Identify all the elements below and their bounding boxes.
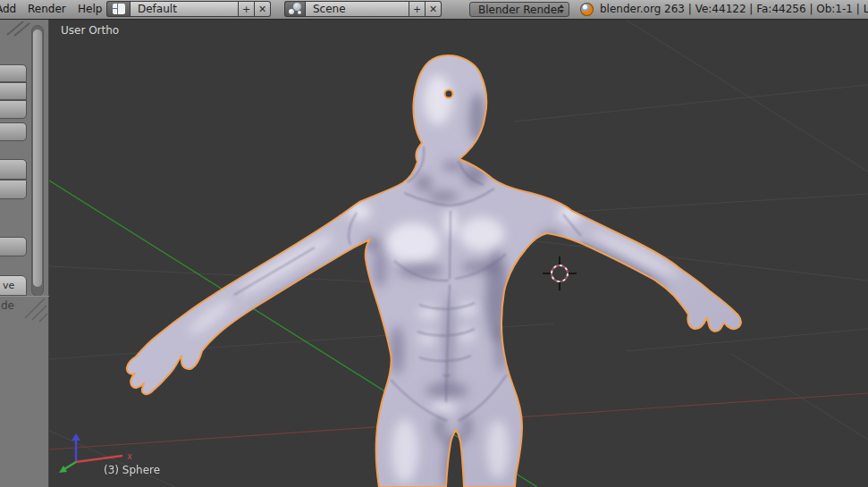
tool-shelf-scrollbar[interactable] bbox=[31, 25, 44, 297]
scrollbar-thumb[interactable] bbox=[33, 29, 42, 287]
menu-help[interactable]: Help bbox=[78, 3, 102, 15]
tool-button[interactable] bbox=[0, 180, 27, 199]
scene-name-field[interactable]: Scene bbox=[305, 1, 409, 17]
scene-icon bbox=[287, 3, 303, 15]
menu-add[interactable]: Add bbox=[0, 3, 16, 15]
add-scene-button[interactable]: + bbox=[409, 1, 426, 17]
gizmo-x-label: x bbox=[127, 451, 132, 461]
tool-button[interactable] bbox=[0, 159, 27, 180]
editor-type-button[interactable] bbox=[106, 1, 130, 17]
panel-resize-handle-icon[interactable] bbox=[21, 297, 48, 323]
add-layout-button[interactable]: + bbox=[239, 1, 255, 17]
tool-button[interactable] bbox=[0, 122, 27, 141]
delete-scene-button[interactable]: ✕ bbox=[426, 1, 442, 17]
operator-panel: de bbox=[0, 296, 49, 487]
blender-window: x bbox=[0, 0, 868, 487]
scene-browse-button[interactable] bbox=[284, 1, 305, 17]
info-header: Add Render Help Default + ✕ Scene + ✕ Bl… bbox=[0, 0, 868, 20]
operator-panel-label: de bbox=[1, 299, 14, 312]
active-object-label: (3) Sphere bbox=[104, 464, 160, 476]
render-engine-value: Blender Render bbox=[478, 4, 561, 16]
delete-layout-button[interactable]: ✕ bbox=[255, 1, 271, 17]
object-origin-dot bbox=[445, 90, 453, 98]
scene-selector: Scene + ✕ bbox=[284, 1, 442, 17]
scene-statistics: blender.org 263 | Ve:44122 | Fa:44256 | … bbox=[600, 3, 868, 15]
menu-render[interactable]: Render bbox=[28, 3, 66, 15]
tool-button[interactable] bbox=[0, 82, 27, 100]
screen-layout-name-field[interactable]: Default bbox=[130, 1, 239, 17]
tool-shelf: ve de bbox=[0, 20, 49, 487]
tool-button[interactable] bbox=[0, 237, 27, 256]
render-engine-select[interactable]: Blender Render bbox=[469, 2, 569, 17]
tool-button[interactable] bbox=[0, 64, 27, 82]
view-name-label: User Ortho bbox=[61, 24, 119, 37]
viewport-canvas[interactable]: x bbox=[0, 0, 868, 487]
screen-layout-icon bbox=[113, 4, 125, 14]
screen-layout-selector: Default + ✕ bbox=[106, 1, 271, 17]
panel-corner-widget[interactable] bbox=[5, 21, 32, 37]
tool-button-partial[interactable]: ve bbox=[0, 275, 27, 296]
blender-logo-icon bbox=[580, 3, 594, 16]
dropdown-arrows-icon bbox=[559, 4, 564, 13]
tool-button[interactable] bbox=[0, 100, 27, 119]
